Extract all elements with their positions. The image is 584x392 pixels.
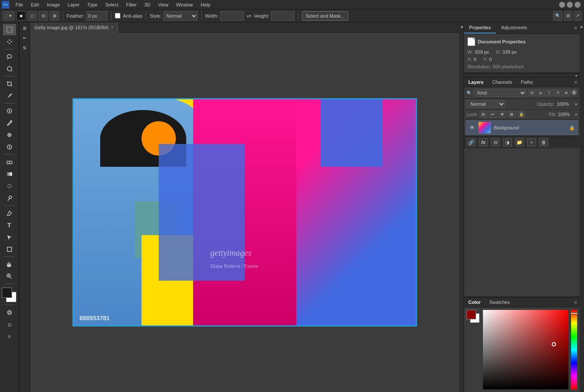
eyedropper-tool[interactable] — [3, 90, 16, 101]
tab-title: Getty image.jpg @ 161% (RGB/8#) — [34, 25, 108, 30]
tab-layers[interactable]: Layers — [464, 77, 488, 87]
screen-mode-btn[interactable]: ⊡ — [3, 319, 16, 330]
lock-move-btn[interactable]: ✥ — [498, 111, 506, 118]
opacity-arrow[interactable]: ▾ — [575, 102, 577, 107]
option3-btn[interactable]: ⊟ — [39, 11, 48, 21]
option4-btn[interactable]: ⊠ — [50, 11, 59, 21]
quick-mask-btn[interactable] — [3, 307, 16, 318]
delete-layer-btn[interactable]: 🗑 — [539, 138, 548, 147]
adjust-btn[interactable]: ⇅ — [20, 43, 29, 52]
far-right-collapse-bar[interactable]: ▶ — [580, 22, 584, 392]
menu-file[interactable]: File — [12, 1, 27, 8]
filter-toggle-btn[interactable]: ● — [571, 89, 577, 95]
menu-layer[interactable]: Layer — [64, 1, 83, 8]
properties-menu-btn[interactable]: ≡ — [572, 24, 580, 32]
workspace-icon[interactable]: ⊞ — [564, 11, 572, 21]
filter-smart-btn[interactable]: ⊛ — [562, 89, 570, 96]
layers-icon-btn[interactable]: ⊞ — [3, 331, 16, 342]
crop-tool[interactable] — [3, 78, 16, 89]
marquee-rect-btn[interactable]: ⬚▾ — [3, 11, 15, 21]
hand-tool[interactable] — [3, 259, 16, 270]
properties-btn[interactable]: ⊞ — [20, 23, 29, 33]
move-tool[interactable] — [3, 36, 16, 47]
menu-help[interactable]: Help — [197, 1, 214, 8]
color-hue-bar[interactable] — [571, 310, 577, 389]
menu-edit[interactable]: Edit — [28, 1, 43, 8]
lock-artboard-btn[interactable]: ⊠ — [508, 111, 516, 118]
fg-color-small[interactable] — [467, 310, 476, 319]
swap-icon[interactable]: ⇌ — [246, 12, 252, 19]
brush-settings-btn[interactable]: ✏ — [20, 33, 29, 43]
folder-btn[interactable]: 📁 — [515, 138, 524, 147]
window-minimize[interactable] — [559, 2, 565, 8]
height-input[interactable] — [271, 11, 295, 21]
canvas-container[interactable]: gettyimages Diana Botieva / Eyeem 688953… — [30, 33, 459, 392]
filter-adjust-btn[interactable]: ◎ — [537, 89, 544, 96]
menu-window[interactable]: Window — [172, 1, 196, 8]
layer-eye-icon[interactable]: 👁 — [469, 124, 476, 131]
lasso-tool[interactable] — [3, 51, 16, 62]
brush-tool[interactable] — [3, 117, 16, 129]
pen-tool[interactable] — [3, 208, 16, 219]
menu-3d[interactable]: 3D — [141, 1, 154, 8]
share-icon[interactable]: ↗ — [574, 11, 581, 21]
tab-adjustments[interactable]: Adjustments — [496, 22, 532, 34]
layer-background[interactable]: 👁 Background 🔒 — [466, 120, 578, 135]
search-icon[interactable]: 🔍 — [553, 11, 562, 21]
foreground-color-swatch[interactable] — [2, 288, 12, 298]
path-select-tool[interactable] — [3, 232, 16, 243]
filter-shape-btn[interactable]: ⊓ — [554, 89, 562, 96]
zoom-tool[interactable] — [3, 271, 16, 282]
anti-alias-checkbox[interactable] — [115, 13, 120, 18]
marquee-tool[interactable] — [3, 24, 16, 35]
eraser-tool[interactable] — [3, 156, 16, 168]
filter-pixel-btn[interactable]: ⊟ — [528, 89, 536, 96]
filter-text-btn[interactable]: T — [545, 89, 553, 96]
history-tool[interactable] — [3, 141, 16, 153]
window-close[interactable] — [575, 2, 581, 8]
style-select[interactable]: Normal Fixed Ratio Fixed Size — [163, 11, 198, 21]
menu-image[interactable]: Image — [43, 1, 64, 8]
lock-brush-btn[interactable]: ✏ — [489, 111, 497, 118]
feather-input[interactable] — [86, 11, 108, 21]
fx-btn[interactable]: fx — [479, 138, 488, 147]
color-gradient-box[interactable] — [483, 310, 569, 389]
menu-view[interactable]: View — [155, 1, 172, 8]
menu-select[interactable]: Select — [102, 1, 122, 8]
tab-color[interactable]: Color — [464, 297, 485, 307]
color-menu-btn[interactable]: ≡ — [572, 298, 580, 306]
tab-close-btn[interactable]: × — [111, 25, 114, 30]
blur-tool[interactable] — [3, 181, 16, 192]
tab-swatches[interactable]: Swatches — [485, 297, 514, 307]
layers-menu-btn[interactable]: ≡ — [572, 78, 580, 86]
dodge-tool[interactable] — [3, 193, 16, 204]
quick-select-tool[interactable] — [3, 63, 16, 74]
right-collapse-bar[interactable]: ◀ — [459, 22, 464, 392]
clone-tool[interactable] — [3, 129, 16, 141]
filter-kind-select[interactable]: Kind — [473, 89, 526, 97]
fill-arrow[interactable]: ▾ — [575, 112, 577, 117]
select-and-mask-btn[interactable]: Select and Mask... — [302, 11, 349, 21]
window-maximize[interactable] — [567, 2, 573, 8]
document-tab[interactable]: Getty image.jpg @ 161% (RGB/8#) × — [30, 22, 118, 33]
text-tool[interactable]: T — [3, 220, 16, 231]
new-layer-btn[interactable]: + — [527, 138, 536, 147]
width-input[interactable] — [220, 11, 244, 21]
tab-channels[interactable]: Channels — [488, 77, 516, 87]
blend-mode-select[interactable]: Normal — [467, 100, 505, 108]
stroke-btn[interactable]: ◻ — [28, 11, 37, 21]
lock-checkerboard-btn[interactable]: ⊞ — [479, 111, 487, 118]
heal-tool[interactable] — [3, 105, 16, 116]
menu-filter[interactable]: Filter — [123, 1, 140, 8]
lock-all-btn[interactable]: 🔒 — [517, 111, 525, 118]
tab-properties[interactable]: Properties — [464, 22, 496, 34]
svg-point-3 — [7, 67, 12, 71]
shape-tool[interactable] — [3, 244, 16, 255]
add-mask-btn[interactable]: ⊟ — [491, 138, 500, 147]
link-layers-btn[interactable]: 🔗 — [467, 138, 476, 147]
menu-type[interactable]: Type — [84, 1, 101, 8]
tab-paths[interactable]: Paths — [516, 77, 537, 87]
adjustment-btn[interactable]: ◑ — [503, 138, 512, 147]
fill-color-btn[interactable]: ■ — [16, 11, 26, 21]
gradient-tool[interactable] — [3, 168, 16, 180]
